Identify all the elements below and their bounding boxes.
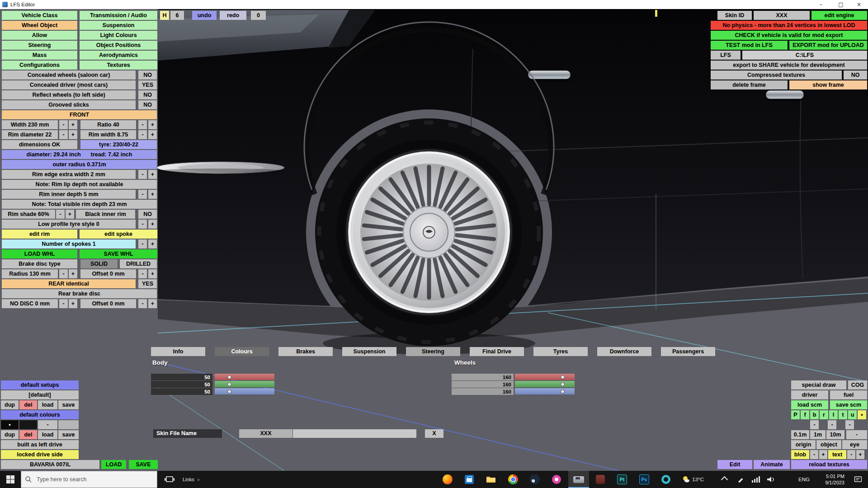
brake-disc-solid-button[interactable]: SOLID: [80, 259, 118, 268]
rim-width-plus-button[interactable]: +: [148, 130, 157, 139]
lfs-path[interactable]: C:\LFS: [742, 51, 867, 60]
export-mod-button[interactable]: EXPORT mod for UPLOAD: [789, 41, 867, 50]
grid-1m-button[interactable]: 1m: [810, 430, 826, 439]
special-draw-button[interactable]: special draw: [791, 380, 846, 389]
load-whl-button[interactable]: LOAD WHL: [2, 249, 77, 258]
toggle-u-button[interactable]: u: [848, 410, 857, 419]
share-export-button[interactable]: export to SHARE vehicle for development: [711, 61, 867, 70]
text-label[interactable]: text: [828, 450, 846, 459]
locked-drive-side[interactable]: locked drive side: [1, 450, 79, 459]
object-button[interactable]: object: [816, 440, 841, 449]
setup-save-button[interactable]: save: [58, 400, 79, 409]
minimize-button[interactable]: –: [812, 0, 830, 9]
view-minus-button[interactable]: -: [845, 420, 854, 429]
edit-engine-button[interactable]: edit engine: [811, 11, 867, 20]
view-minus-button[interactable]: -: [828, 420, 836, 429]
und o-button[interactable]: undo: [192, 11, 217, 20]
colour-swatch-empty[interactable]: [58, 420, 79, 429]
default-colours-button[interactable]: default colours: [1, 410, 79, 419]
toggle-b-button[interactable]: b: [810, 410, 819, 419]
taskbar-app-photoshop[interactable]: Ps: [634, 471, 655, 488]
colour-dup-button[interactable]: dup: [1, 430, 19, 439]
black-inner-rim-value[interactable]: NO: [138, 210, 157, 219]
colour-save-button[interactable]: save: [58, 430, 79, 439]
rim-inner-minus-button[interactable]: -: [138, 190, 147, 199]
tab-passengers[interactable]: Passengers: [661, 347, 715, 356]
save-whl-button[interactable]: SAVE WHL: [80, 249, 157, 258]
redo-button[interactable]: redo: [220, 11, 246, 20]
colour-del-button[interactable]: del: [19, 430, 37, 439]
rim-width-minus-button[interactable]: -: [138, 130, 147, 139]
body-red-slider[interactable]: [215, 374, 274, 380]
toggle-dot-button[interactable]: •: [858, 410, 866, 419]
setup-default-item[interactable]: [default]: [1, 390, 79, 399]
brake-offset-plus-button[interactable]: +: [148, 269, 157, 278]
taskbar-app-lfs-editor-active[interactable]: [568, 471, 589, 488]
wheels-green-slider[interactable]: [515, 381, 575, 387]
rear-disc-minus-button[interactable]: -: [59, 299, 68, 308]
close-button[interactable]: ×: [850, 0, 868, 9]
search-input[interactable]: [36, 476, 151, 483]
width-minus-button[interactable]: -: [59, 120, 68, 129]
concealed-driver-value[interactable]: YES: [138, 80, 157, 89]
rim-shade-plus-button[interactable]: +: [66, 210, 74, 219]
lfs-label[interactable]: LFS: [711, 51, 741, 60]
blob-plus-button[interactable]: +: [819, 450, 827, 459]
spokes-minus-button[interactable]: -: [138, 239, 147, 249]
edit-mode-button[interactable]: Edit: [717, 460, 752, 469]
category-allow[interactable]: Allow: [2, 31, 77, 40]
origin-button[interactable]: origin: [791, 440, 816, 449]
tab-brakes[interactable]: Brakes: [278, 347, 333, 356]
tab-suspension[interactable]: Suspension: [342, 347, 396, 356]
category-light-colours[interactable]: Light Colours: [80, 31, 157, 40]
tray-icons[interactable]: [734, 471, 784, 488]
grid-0-1m-button[interactable]: 0.1m: [791, 430, 809, 439]
low-profile-plus-button[interactable]: +: [148, 220, 157, 229]
task-view-button[interactable]: [159, 471, 180, 488]
edit-rim-button[interactable]: edit rim: [2, 230, 77, 239]
show-frame-button[interactable]: show frame: [789, 80, 867, 89]
colour-remove-button[interactable]: -: [38, 420, 57, 429]
tray-overflow-button[interactable]: [719, 471, 730, 488]
concealed-wheels-value[interactable]: NO: [138, 70, 157, 80]
taskbar-app-pt[interactable]: Pt: [612, 471, 632, 488]
category-suspension[interactable]: Suspension: [80, 21, 157, 30]
tab-info[interactable]: Info: [151, 347, 205, 356]
vehicle-save-button[interactable]: SAVE: [129, 460, 158, 469]
taskbar-app-pink[interactable]: [546, 471, 567, 488]
built-as-left-drive[interactable]: built as left drive: [1, 440, 79, 449]
links-label[interactable]: Links: [183, 477, 194, 482]
toggle-f-button[interactable]: f: [801, 410, 809, 419]
weather-tray[interactable]: 13°C: [682, 471, 704, 488]
taskbar-app-store[interactable]: [459, 471, 480, 488]
brake-offset-minus-button[interactable]: -: [138, 269, 147, 278]
rear-identical-value[interactable]: YES: [138, 279, 157, 288]
driver-button[interactable]: driver: [791, 390, 828, 399]
skin-file-clear-button[interactable]: X: [425, 429, 443, 438]
default-setups-button[interactable]: default setups: [1, 380, 79, 389]
tab-colours[interactable]: Colours: [215, 347, 269, 356]
skin-file-name-value[interactable]: XXX: [239, 429, 292, 438]
category-configurations[interactable]: Configurations: [2, 61, 77, 70]
ratio-minus-button[interactable]: -: [138, 120, 147, 129]
text-plus-button[interactable]: +: [856, 450, 864, 459]
check-vehicle-button[interactable]: CHECK if vehicle is valid for mod export: [711, 31, 867, 40]
blob-label[interactable]: blob: [791, 450, 809, 459]
ratio-plus-button[interactable]: +: [148, 120, 157, 129]
tab-tyres[interactable]: Tyres: [533, 347, 588, 356]
tab-downforce[interactable]: Downforce: [597, 347, 651, 356]
colour-swatch[interactable]: [19, 420, 37, 429]
rim-shade-minus-button[interactable]: -: [56, 210, 65, 219]
category-mass[interactable]: Mass: [2, 51, 77, 60]
body-blue-slider[interactable]: [215, 388, 274, 394]
eye-button[interactable]: eye: [842, 440, 867, 449]
history-h-button[interactable]: H: [160, 11, 169, 20]
toggle-r-button[interactable]: r: [820, 410, 828, 419]
compressed-textures-value[interactable]: NO: [844, 70, 867, 80]
taskbar-app-steam[interactable]: [524, 471, 545, 488]
rim-edge-minus-button[interactable]: -: [138, 170, 147, 179]
taskbar-app-cyan[interactable]: [656, 471, 676, 488]
wheels-red-slider[interactable]: [515, 374, 575, 380]
fuel-button[interactable]: fuel: [830, 390, 867, 399]
body-green-slider[interactable]: [215, 381, 274, 387]
